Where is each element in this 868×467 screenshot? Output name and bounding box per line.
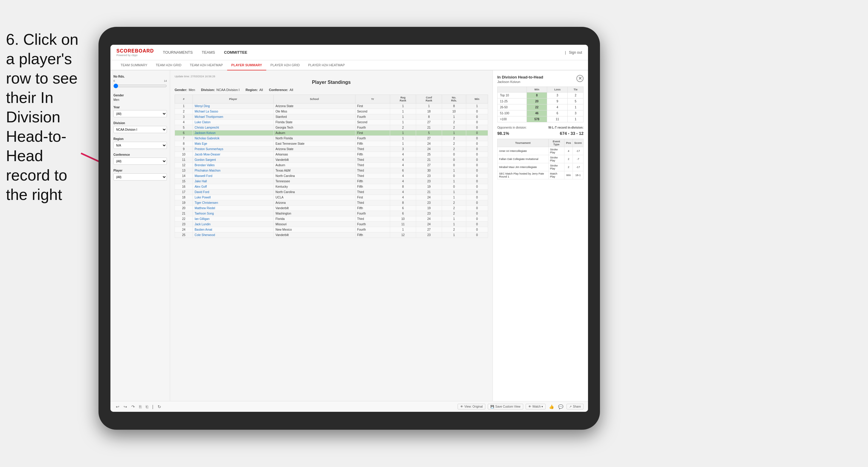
tab-team-h2h-grid[interactable]: TEAM H2H GRID	[152, 60, 186, 70]
year-select[interactable]: (All)	[114, 110, 167, 117]
toolbar-watch[interactable]: 👁 Watch ▾	[526, 404, 546, 409]
cell-player[interactable]: Jack Lundin	[192, 222, 273, 227]
region-select[interactable]: N/A	[114, 142, 167, 149]
cell-player[interactable]: Nicholas Gabrelcik	[192, 136, 273, 141]
tab-player-h2h-grid[interactable]: PLAYER H2H GRID	[266, 60, 304, 70]
cell-rank: 5	[175, 125, 193, 130]
cell-player[interactable]: Gordon Sargent	[192, 157, 273, 163]
cell-rank: 6	[175, 130, 193, 136]
table-row[interactable]: 25 Cole Sherwood Vanderbilt Fifth 12 23 …	[175, 232, 488, 238]
cell-player[interactable]: Mats Ege	[192, 141, 273, 147]
toolbar-redo[interactable]: ↪	[123, 403, 128, 410]
table-row[interactable]: 2 Michael La Sasso Ole Miss Second 1 18 …	[175, 109, 488, 114]
cell-reg-rank: 8	[390, 184, 416, 189]
cell-player[interactable]: Jake Hall	[192, 179, 273, 184]
table-row[interactable]: 7 Nicholas Gabrelcik North Florida Fourt…	[175, 136, 488, 141]
conference-select[interactable]: (All)	[114, 158, 167, 165]
cell-player[interactable]: Luke Powell	[192, 195, 273, 200]
cell-player[interactable]: Ian Gilligan	[192, 216, 273, 222]
cell-player[interactable]: Christo Lamprecht	[192, 125, 273, 130]
cell-player[interactable]: Phichaksn Maichon	[192, 168, 273, 174]
table-row[interactable]: 19 Tiger Christensen Arizona Third 8 23 …	[175, 200, 488, 206]
table-row[interactable]: 10 Jacob Mow-Deaser Arkansas Fifth 4 25 …	[175, 152, 488, 157]
table-row[interactable]: 6 Jackson Koivun Auburn First 1 5 1 0	[175, 130, 488, 136]
cell-school: Kentucky	[274, 184, 355, 189]
toolbar-comment[interactable]: 💬	[557, 403, 564, 410]
cell-player[interactable]: Preston Summerhays	[192, 147, 273, 152]
cell-reg-rank: 1	[390, 103, 416, 109]
table-row[interactable]: 12 Brendan Valles Auburn Third 4 27 0 0	[175, 163, 488, 168]
instruction-text: 6. Click on a player's row to see their …	[0, 30, 87, 205]
table-row[interactable]: 9 Preston Summerhays Arizona State Third…	[175, 147, 488, 152]
toolbar-save-custom[interactable]: 💾 Save Custom View	[488, 404, 523, 409]
cell-no-rds: 2	[442, 147, 466, 152]
cell-rank: 19	[175, 200, 193, 206]
toolbar-share[interactable]: ↗ Share	[566, 404, 584, 409]
table-row[interactable]: 23 Jack Lundin Missouri Fourth 11 24 1 0	[175, 222, 488, 227]
table-row[interactable]: 4 Luke Claton Florida State Second 1 27 …	[175, 120, 488, 125]
tab-team-summary[interactable]: TEAM SUMMARY	[116, 60, 152, 70]
cell-yr: Fourth	[355, 114, 390, 120]
table-row[interactable]: 17 David Ford North Carolina Third 4 21 …	[175, 189, 488, 195]
cell-player[interactable]: Tiger Christensen	[192, 200, 273, 206]
toolbar-undo[interactable]: ↩	[115, 403, 120, 410]
toolbar-paste[interactable]: ⎗	[145, 403, 149, 410]
cell-no-rds: 1	[442, 114, 466, 120]
cell-player[interactable]: Jacob Mow-Deaser	[192, 152, 273, 157]
scoreboard-logo: SCOREBOARD Powered by clippi	[116, 48, 154, 57]
cell-school: Georgia Tech	[274, 125, 355, 130]
cell-player[interactable]: Jackson Koivun	[192, 130, 273, 136]
toolbar-thumbup[interactable]: 👍	[548, 403, 555, 410]
nav-committee[interactable]: COMMITTEE	[224, 49, 247, 56]
toolbar-redo2[interactable]: ↷	[130, 403, 136, 410]
division-select[interactable]: NCAA Division I	[114, 126, 167, 133]
table-row[interactable]: 3 Michael Thorbjornsen Stanford Fourth 1…	[175, 114, 488, 120]
table-row[interactable]: 15 Jake Hall Tennessee Fifth 4 23 1 0	[175, 179, 488, 184]
cell-yr: Third	[355, 168, 390, 174]
cell-player[interactable]: Wenyi Ding	[192, 103, 273, 109]
cell-no-rds: 2	[442, 200, 466, 206]
table-row[interactable]: 18 Luke Powell UCLA First 4 24 1 0	[175, 195, 488, 200]
cell-player[interactable]: Bastien Amat	[192, 227, 273, 232]
table-row[interactable]: 8 Mats Ege East Tennessee State Fifth 1 …	[175, 141, 488, 147]
cell-player[interactable]: Brendan Valles	[192, 163, 273, 168]
table-row[interactable]: 22 Ian Gilligan Florida Third 10 24 1 0	[175, 216, 488, 222]
h2h-close-button[interactable]: ✕	[577, 75, 584, 82]
toolbar-refresh[interactable]: ↻	[157, 403, 162, 410]
tab-player-h2h-heatmap[interactable]: PLAYER H2H HEATMAP	[304, 60, 349, 70]
cell-player[interactable]: Michael La Sasso	[192, 109, 273, 114]
cell-player[interactable]: Luke Claton	[192, 120, 273, 125]
no-rds-slider[interactable]	[114, 84, 167, 88]
player-select[interactable]: (All)	[114, 174, 167, 181]
table-row[interactable]: 16 Alex Goff Kentucky Fifth 8 19 0 0	[175, 184, 488, 189]
cell-player[interactable]: Matthew Riedel	[192, 206, 273, 211]
content-area: Update time: 27/03/2024 16:56:26 Player …	[170, 70, 493, 401]
cell-school: Ole Miss	[274, 109, 355, 114]
sign-out-link[interactable]: Sign out	[569, 51, 582, 55]
table-row[interactable]: 5 Christo Lamprecht Georgia Tech Fourth …	[175, 125, 488, 130]
cell-conf-rank: 27	[416, 120, 442, 125]
nav-tournaments[interactable]: TOURNAMENTS	[163, 49, 193, 56]
tab-team-h2h-heatmap[interactable]: TEAM H2H HEATMAP	[186, 60, 227, 70]
toolbar-view-original[interactable]: 👁 View: Original	[458, 404, 486, 409]
nav-teams[interactable]: TEAMS	[202, 49, 215, 56]
cell-yr: Third	[355, 157, 390, 163]
table-row[interactable]: 13 Phichaksn Maichon Texas A&M Third 6 3…	[175, 168, 488, 174]
table-row[interactable]: 1 Wenyi Ding Arizona State First 1 1 8 1	[175, 103, 488, 109]
cell-reg-rank: 10	[390, 216, 416, 222]
cell-player[interactable]: David Ford	[192, 189, 273, 195]
tab-player-summary[interactable]: PLAYER SUMMARY	[227, 60, 266, 70]
cell-no-rds: 2	[442, 125, 466, 130]
cell-player[interactable]: Cole Sherwood	[192, 232, 273, 238]
toolbar-copy[interactable]: ⎘	[138, 403, 143, 410]
table-row[interactable]: 11 Gordon Sargent Vanderbilt Third 4 21 …	[175, 157, 488, 163]
table-row[interactable]: 14 Maxwell Ford North Carolina Third 4 2…	[175, 174, 488, 179]
table-row[interactable]: 21 Taehoon Song Washington Fourth 6 23 2…	[175, 211, 488, 216]
cell-player[interactable]: Michael Thorbjornsen	[192, 114, 273, 120]
cell-player[interactable]: Maxwell Ford	[192, 174, 273, 179]
cell-player[interactable]: Taehoon Song	[192, 211, 273, 216]
tourney-col-name: Tournament	[498, 139, 549, 147]
cell-player[interactable]: Alex Goff	[192, 184, 273, 189]
table-row[interactable]: 24 Bastien Amat New Mexico Fourth 1 27 2…	[175, 227, 488, 232]
table-row[interactable]: 20 Matthew Riedel Vanderbilt Fifth 6 19 …	[175, 206, 488, 211]
